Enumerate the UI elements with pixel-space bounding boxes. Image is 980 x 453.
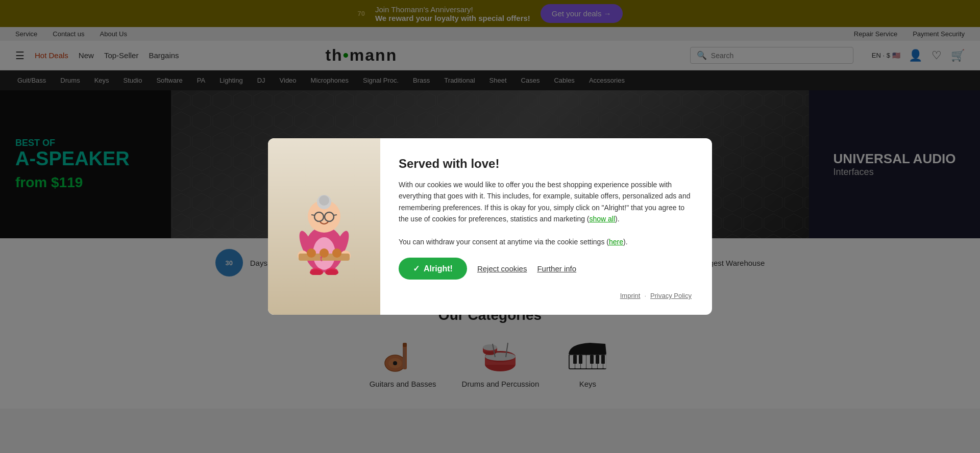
svg-point-6 — [319, 195, 329, 206]
modal-content: Served with love! With our cookies we wo… — [380, 138, 712, 315]
grandma-illustration: t — [283, 178, 365, 275]
svg-line-11 — [334, 215, 337, 215]
alright-button[interactable]: ✓ Alright! — [399, 258, 467, 280]
cookie-modal: t Served with love! With our cookies we … — [268, 138, 712, 315]
modal-actions: ✓ Alright! Reject cookies Further info — [399, 258, 692, 280]
modal-title: Served with love! — [399, 157, 692, 171]
checkmark-icon: ✓ — [413, 264, 420, 273]
footer-separator: · — [644, 292, 646, 299]
modal-footer: Imprint · Privacy Policy — [399, 292, 692, 299]
svg-text:t: t — [320, 255, 323, 263]
modal-body: With our cookies we would like to offer … — [399, 179, 692, 247]
svg-point-19 — [332, 248, 341, 258]
svg-line-10 — [311, 215, 314, 215]
reject-cookies-button[interactable]: Reject cookies — [477, 264, 527, 273]
svg-point-17 — [307, 248, 316, 258]
modal-illustration: t — [268, 138, 380, 315]
here-link[interactable]: here — [609, 238, 623, 246]
further-info-button[interactable]: Further info — [537, 264, 576, 273]
alright-label: Alright! — [424, 264, 453, 273]
show-all-link[interactable]: show all — [590, 215, 616, 223]
modal-overlay: t Served with love! With our cookies we … — [0, 0, 980, 409]
imprint-link[interactable]: Imprint — [620, 292, 641, 299]
privacy-policy-link[interactable]: Privacy Policy — [650, 292, 692, 299]
